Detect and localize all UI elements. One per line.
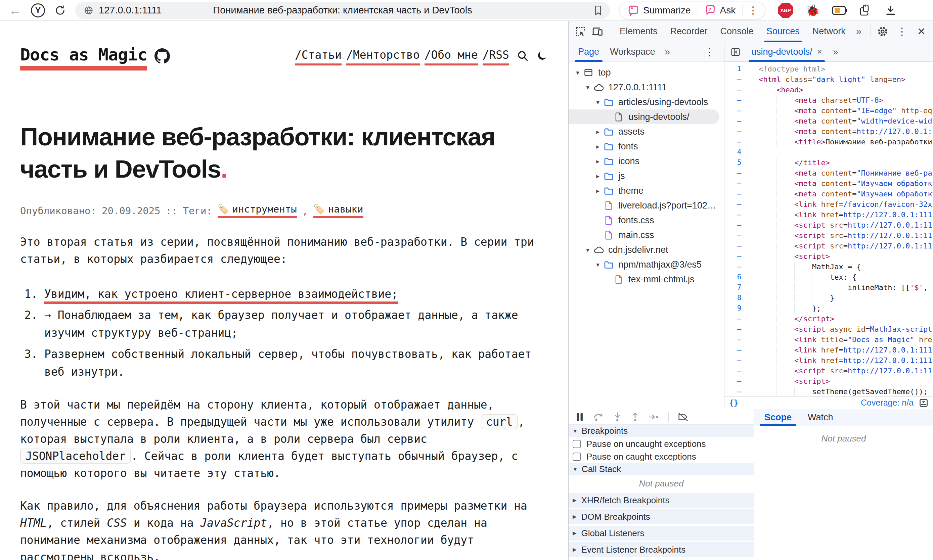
line-number[interactable]: – (724, 314, 754, 324)
line-number[interactable]: – (724, 324, 754, 334)
step-out-icon[interactable] (631, 412, 639, 422)
coverage-link[interactable]: Coverage: n/a (861, 398, 913, 408)
tree-item[interactable]: ▾articles/using-devtools (569, 95, 724, 109)
chevron-icon[interactable]: ▾ (583, 84, 593, 91)
tree-item[interactable]: ▸fonts (569, 139, 724, 154)
pretty-print-icon[interactable]: {} (729, 398, 739, 407)
site-info-globe-icon[interactable] (84, 6, 93, 15)
bug-extension-icon[interactable]: 🐞 (805, 5, 819, 16)
line-number[interactable]: – (724, 355, 754, 366)
chevron-icon[interactable]: ▸ (593, 172, 603, 180)
line-number[interactable]: 7 (724, 282, 754, 293)
line-number[interactable]: – (724, 386, 754, 396)
line-number[interactable]: – (724, 230, 754, 241)
summarize-button[interactable]: “ Summarize (621, 2, 697, 19)
article-link[interactable]: Увидим, как устроено клиент-серверное вз… (44, 288, 398, 304)
chevron-icon[interactable]: ▾ (583, 246, 593, 254)
tree-item[interactable]: ▸theme (569, 183, 724, 198)
extension-menu-kebab[interactable]: ⋮ (742, 5, 764, 16)
checkbox[interactable] (573, 452, 581, 461)
tree-item[interactable]: livereload.js?port=102… (569, 198, 724, 213)
line-number[interactable]: 9 (724, 303, 754, 314)
line-number[interactable]: – (724, 189, 754, 199)
line-number[interactable]: – (724, 126, 754, 137)
line-number[interactable]: – (724, 178, 754, 189)
nav-link[interactable]: /Статьи (295, 48, 342, 65)
breakpoints-section-header[interactable]: ▼ Breakpoints (569, 425, 754, 437)
line-number[interactable]: 4 (724, 147, 754, 157)
chevron-icon[interactable]: ▾ (593, 261, 603, 269)
line-number[interactable]: – (724, 85, 754, 95)
step-over-icon[interactable] (593, 412, 604, 422)
step-icon[interactable] (648, 412, 659, 422)
tree-item[interactable]: tex-mml-chtml.js (569, 272, 724, 287)
tree-item[interactable]: ▾cdn.jsdelivr.net (569, 242, 724, 257)
reload-button[interactable] (54, 5, 66, 16)
navigator-tab-page[interactable]: Page (573, 42, 605, 62)
line-number[interactable]: – (724, 376, 754, 386)
github-icon[interactable] (154, 48, 170, 64)
battery-extension-icon[interactable] (832, 5, 847, 16)
scope-tab-scope[interactable]: Scope (757, 409, 799, 426)
tree-item[interactable]: main.css (569, 228, 724, 242)
deactivate-breakpoints-icon[interactable] (678, 412, 688, 422)
tag-link[interactable]: 🏷️инструменты (218, 203, 297, 218)
tab-network[interactable]: Network (806, 21, 852, 42)
search-icon[interactable] (517, 50, 529, 62)
tag-link[interactable]: 🏷️навыки (313, 203, 363, 218)
line-number[interactable]: – (724, 209, 754, 220)
section-global-listeners[interactable]: ▶Global Listeners (569, 526, 754, 540)
devtools-close-icon[interactable]: ✕ (914, 26, 929, 37)
nav-link[interactable]: /Менторство (346, 48, 420, 65)
devtools-kebab-icon[interactable]: ⋮ (892, 26, 913, 37)
line-number[interactable]: – (724, 220, 754, 230)
nav-link[interactable]: /Обо мне (425, 48, 478, 65)
navigator-kebab-icon[interactable]: ⋮ (699, 46, 720, 58)
line-number[interactable]: 8 (724, 293, 754, 303)
tab-sources[interactable]: Sources (760, 21, 806, 42)
back-button[interactable]: ← (9, 4, 22, 17)
line-number[interactable]: 5 (724, 157, 754, 168)
line-number[interactable]: – (724, 74, 754, 85)
password-tags-extension-icon[interactable] (859, 5, 873, 17)
tree-item[interactable]: ▾127.0.0.1:1111 (569, 80, 724, 95)
pause-script-icon[interactable] (575, 412, 584, 422)
quick-source-icon[interactable] (919, 398, 928, 408)
inspect-element-icon[interactable] (573, 24, 588, 39)
tab-elements[interactable]: Elements (613, 21, 664, 42)
tree-item[interactable]: ▾top (569, 65, 724, 80)
line-number[interactable]: 6 (724, 272, 754, 282)
adblock-abp-icon[interactable]: ABP (778, 3, 793, 18)
dark-mode-moon-icon[interactable] (536, 50, 548, 62)
more-tabs-icon[interactable]: » (853, 26, 864, 37)
line-number[interactable]: – (724, 262, 754, 272)
section-event-listener-breakpoints[interactable]: ▶Event Listener Breakpoints (569, 542, 754, 557)
url-text[interactable]: 127.0.0.1:1111 (99, 5, 162, 16)
line-number[interactable]: – (724, 366, 754, 376)
chevron-icon[interactable]: ▾ (593, 98, 603, 106)
site-logo[interactable]: Docs as Magic (20, 45, 147, 65)
chevron-icon[interactable]: ▸ (593, 157, 603, 165)
settings-gear-icon[interactable] (875, 24, 890, 39)
nav-link[interactable]: /RSS (483, 48, 509, 65)
line-number[interactable]: – (724, 95, 754, 105)
device-toolbar-icon[interactable] (590, 24, 605, 39)
tree-item[interactable]: fonts.css (569, 213, 724, 228)
chevron-icon[interactable]: ▸ (593, 143, 603, 151)
code-area[interactable]: 1<!doctype html>–<html class="dark light… (724, 62, 933, 396)
chevron-icon[interactable]: ▾ (573, 69, 583, 77)
navigator-more-tabs-icon[interactable]: » (662, 46, 673, 57)
chevron-icon[interactable]: ▸ (593, 187, 603, 195)
section-xhr-fetch-breakpoints[interactable]: ▶XHR/fetch Breakpoints (569, 493, 754, 508)
line-number[interactable]: – (724, 116, 754, 126)
tab-recorder[interactable]: Recorder (664, 21, 714, 42)
address-bar[interactable]: 127.0.0.1:1111 Понимание веб-разработки:… (75, 2, 610, 19)
section-dom-breakpoints[interactable]: ▶DOM Breakpoints (569, 509, 754, 524)
editor-more-tabs-icon[interactable]: » (830, 46, 841, 57)
line-number[interactable]: – (724, 168, 754, 178)
line-number[interactable]: – (724, 241, 754, 251)
step-into-icon[interactable] (613, 412, 622, 422)
navigator-tab-workspace[interactable]: Workspace (605, 42, 660, 62)
collapse-sidebar-icon[interactable] (728, 44, 743, 60)
scope-tab-watch[interactable]: Watch (801, 409, 841, 426)
